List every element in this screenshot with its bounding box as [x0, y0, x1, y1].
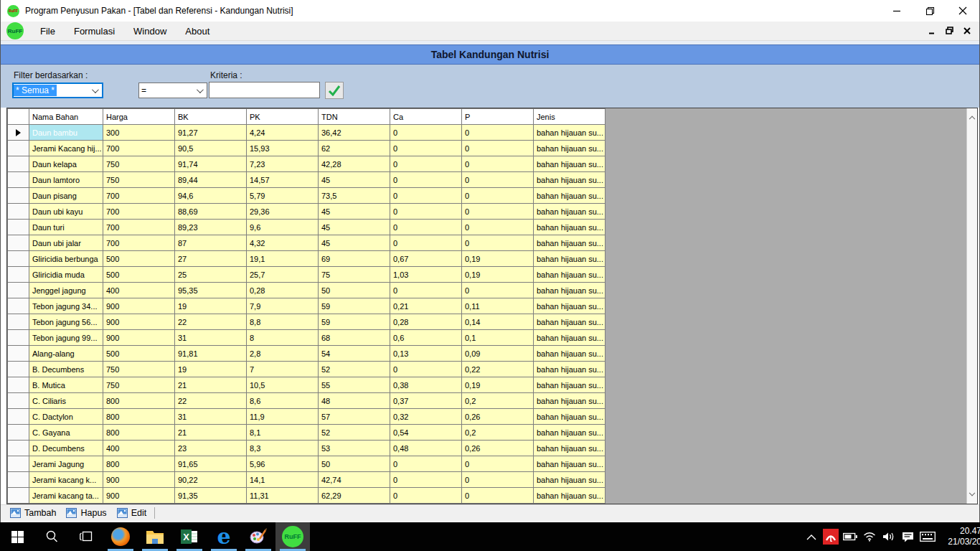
tray-wifi-button[interactable]: [859, 522, 879, 551]
table-cell[interactable]: 45: [319, 220, 390, 235]
table-cell[interactable]: 4,32: [247, 235, 319, 251]
row-selector[interactable]: [8, 393, 29, 409]
table-cell[interactable]: 2,8: [247, 346, 319, 362]
taskbar-firefox-icon[interactable]: [103, 522, 138, 551]
table-cell[interactable]: 94,6: [175, 188, 247, 204]
row-selector[interactable]: [8, 283, 29, 298]
table-cell[interactable]: 0,54: [390, 425, 462, 441]
table-cell[interactable]: bahan hijauan su...: [534, 472, 606, 488]
table-cell[interactable]: 0,28: [247, 283, 319, 298]
table-cell[interactable]: 700: [103, 220, 175, 235]
table-cell[interactable]: 0,48: [390, 441, 462, 456]
table-cell[interactable]: 7,9: [247, 298, 319, 314]
table-cell[interactable]: D. Decumbens: [29, 441, 103, 456]
table-cell[interactable]: 0,19: [462, 377, 534, 393]
row-selector[interactable]: [8, 172, 29, 188]
table-cell[interactable]: 73,5: [319, 188, 390, 204]
table-cell[interactable]: 23: [175, 441, 247, 456]
table-cell[interactable]: 25,7: [247, 267, 319, 283]
table-cell[interactable]: 800: [103, 425, 175, 441]
column-header[interactable]: Ca: [390, 109, 462, 125]
table-cell[interactable]: Daun ubi kayu: [29, 204, 103, 220]
table-cell[interactable]: 90,5: [175, 141, 247, 156]
tray-battery-button[interactable]: [840, 522, 859, 551]
table-cell[interactable]: bahan hijauan su...: [534, 377, 606, 393]
row-selector[interactable]: [8, 409, 29, 425]
table-cell[interactable]: 0,21: [390, 298, 462, 314]
table-cell[interactable]: 0: [390, 488, 462, 504]
table-cell[interactable]: 62: [319, 141, 390, 156]
table-cell[interactable]: 0,19: [462, 251, 534, 267]
row-selector[interactable]: [8, 441, 29, 456]
table-cell[interactable]: bahan hijauan su...: [534, 425, 606, 441]
close-button[interactable]: [946, 0, 979, 22]
column-header[interactable]: Nama Bahan: [29, 109, 103, 125]
table-cell[interactable]: bahan hijauan su...: [534, 456, 606, 472]
table-cell[interactable]: 0: [390, 220, 462, 235]
table-cell[interactable]: 14,57: [247, 172, 319, 188]
table-cell[interactable]: 0,09: [462, 346, 534, 362]
column-header[interactable]: TDN: [319, 109, 390, 125]
table-cell[interactable]: bahan hijauan su...: [534, 283, 606, 298]
tray-avira-button[interactable]: [821, 522, 840, 551]
table-cell[interactable]: bahan hijauan su...: [534, 393, 606, 409]
table-cell[interactable]: 0: [390, 362, 462, 377]
table-cell[interactable]: 0: [462, 220, 534, 235]
row-selector[interactable]: [8, 125, 29, 141]
table-cell[interactable]: 0: [390, 125, 462, 141]
table-cell[interactable]: 8,1: [247, 425, 319, 441]
table-cell[interactable]: bahan hijauan su...: [534, 125, 606, 141]
table-cell[interactable]: 69: [319, 251, 390, 267]
row-selector[interactable]: [8, 377, 29, 393]
table-cell[interactable]: 0: [462, 235, 534, 251]
table-cell[interactable]: 0: [390, 456, 462, 472]
table-cell[interactable]: bahan hijauan su...: [534, 298, 606, 314]
table-cell[interactable]: 50: [319, 283, 390, 298]
taskbar-explorer-icon[interactable]: [138, 522, 172, 551]
table-cell[interactable]: 0,32: [390, 409, 462, 425]
table-cell[interactable]: bahan hijauan su...: [534, 251, 606, 267]
table-cell[interactable]: 87: [175, 235, 247, 251]
table-cell[interactable]: 900: [103, 298, 175, 314]
table-cell[interactable]: Jerami Jagung: [29, 456, 103, 472]
table-cell[interactable]: Jerami kacang ta...: [29, 488, 103, 504]
table-cell[interactable]: 750: [103, 172, 175, 188]
tambah-button[interactable]: Tambah: [5, 507, 61, 519]
table-cell[interactable]: 22: [175, 393, 247, 409]
child-minimize-button[interactable]: [928, 24, 936, 37]
table-cell[interactable]: Gliricidia muda: [29, 267, 103, 283]
table-cell[interactable]: 0: [462, 204, 534, 220]
table-cell[interactable]: C. Dactylon: [29, 409, 103, 425]
table-cell[interactable]: 91,81: [175, 346, 247, 362]
scroll-up-button[interactable]: [967, 111, 977, 123]
taskbar-ruff-icon[interactable]: RuFF: [275, 522, 310, 551]
table-cell[interactable]: 0,14: [462, 314, 534, 330]
table-cell[interactable]: 5,79: [247, 188, 319, 204]
start-button[interactable]: [0, 522, 34, 551]
table-cell[interactable]: 21: [175, 377, 247, 393]
table-cell[interactable]: 800: [103, 456, 175, 472]
row-selector[interactable]: [8, 188, 29, 204]
table-cell[interactable]: 0,1: [462, 330, 534, 346]
table-cell[interactable]: 8,6: [247, 393, 319, 409]
table-cell[interactable]: 750: [103, 156, 175, 172]
table-cell[interactable]: 5,96: [247, 456, 319, 472]
table-cell[interactable]: C. Gayana: [29, 425, 103, 441]
table-cell[interactable]: 0,67: [390, 251, 462, 267]
table-cell[interactable]: bahan hijauan su...: [534, 488, 606, 504]
table-cell[interactable]: Alang-alang: [29, 346, 103, 362]
table-cell[interactable]: bahan hijauan su...: [534, 156, 606, 172]
table-cell[interactable]: 11,9: [247, 409, 319, 425]
table-cell[interactable]: 0: [390, 283, 462, 298]
table-cell[interactable]: 400: [103, 441, 175, 456]
table-cell[interactable]: Daun turi: [29, 220, 103, 235]
table-cell[interactable]: 300: [103, 125, 175, 141]
table-cell[interactable]: 11,31: [247, 488, 319, 504]
row-selector[interactable]: [8, 425, 29, 441]
menu-item-formulasi[interactable]: Formulasi: [65, 23, 124, 39]
table-cell[interactable]: 0: [462, 488, 534, 504]
table-cell[interactable]: 700: [103, 188, 175, 204]
taskbar-edge-icon[interactable]: e: [207, 522, 241, 551]
table-cell[interactable]: 0,26: [462, 409, 534, 425]
table-cell[interactable]: bahan hijauan su...: [534, 409, 606, 425]
